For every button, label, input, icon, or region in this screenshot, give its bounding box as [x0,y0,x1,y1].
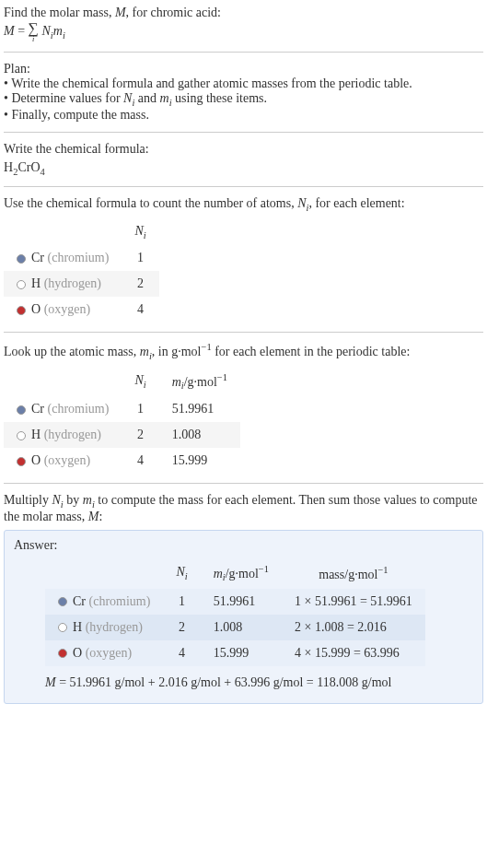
formula-heading: Write the chemical formula: [4,142,483,157]
el-N: 4 [122,448,158,474]
element-swatch-icon [17,254,26,264]
table-row: Cr (chromium) 1 51.9961 [4,396,240,422]
element-cell: H (hydrogen) [45,615,163,640]
plan-b2-b: and [134,91,159,105]
el-m: 15.999 [201,640,282,666]
lookup-b: , in g·mol [152,345,202,358]
el-sym: H [31,276,41,290]
atom-count-table: Ni Cr (chromium) 1 H (hydrogen) 2 O (oxy… [4,218,159,323]
table-row: Cr (chromium) 1 51.9961 1 × 51.9961 = 51… [45,589,425,615]
element-swatch-icon [17,306,26,315]
el-sym: Cr [31,402,44,416]
el-sym: O [31,453,41,467]
element-cell: Cr (chromium) [4,245,122,271]
var-Ni-3: Ni [52,493,64,507]
element-swatch-icon [17,280,26,289]
var-M-2: M [88,510,99,523]
chemical-formula: H2CrO4 [4,160,483,177]
th-mi: mi/g·mol−1 [201,558,282,588]
el-sym: H [73,620,82,634]
element-swatch-icon [58,649,67,658]
mul-a: Multiply [4,493,52,507]
eq-mi: mi [53,24,65,38]
el-N: 1 [163,589,200,615]
el-name: (hydrogen) [44,428,101,441]
table-row: O (oxygen) 4 [4,297,159,323]
multiply-text: Multiply Ni by mi to compute the mass fo… [4,493,483,524]
el-m: 15.999 [159,448,240,474]
el-sym: O [73,646,82,660]
element-swatch-icon [17,431,26,440]
plan-bullet-1: • Write the chemical formula and gather … [4,76,483,91]
var-Ni-2: Ni [297,196,308,210]
el-mass: 1 × 51.9961 = 51.9961 [282,589,425,615]
cf-h: H [4,160,13,174]
atomic-mass-table: Ni mi/g·mol−1 Cr (chromium) 1 51.9961 H … [4,367,240,474]
table-row: O (oxygen) 4 15.999 4 × 15.999 = 63.996 [45,640,425,666]
el-name: (chromium) [89,594,151,608]
el-N: 1 [122,396,158,422]
el-name: (chromium) [48,402,110,416]
divider [4,52,483,53]
table-row: O (oxygen) 4 15.999 [4,448,240,474]
intro-section: Find the molar mass, M, for chromic acid… [4,6,483,42]
th-blank [4,218,122,246]
sigma-sub: i [29,36,39,43]
el-N: 2 [122,271,158,297]
el-sym: H [31,428,41,441]
molar-mass-equation: M = ∑i Nimi [4,22,483,42]
el-sym: O [31,302,41,316]
eq-equals: = [15,24,29,38]
el-mass: 2 × 1.008 = 2.016 [282,615,425,640]
var-mi: mi [160,91,172,105]
table-row: H (hydrogen) 2 1.008 [4,422,240,448]
final-M: M [45,675,56,689]
plan-heading: Plan: [4,62,483,76]
element-cell: Cr (chromium) [45,589,163,615]
multiply-section: Multiply Ni by mi to compute the mass fo… [4,493,483,703]
cf-sub2: 4 [41,167,45,177]
element-cell: O (oxygen) [4,297,122,323]
el-sym: Cr [31,251,44,264]
plan-bullet-2: • Determine values for Ni and mi using t… [4,91,483,108]
el-name: (chromium) [48,251,110,264]
el-N: 2 [122,422,158,448]
plan-bullet-3: • Finally, compute the mass. [4,108,483,123]
el-m: 51.9961 [159,396,240,422]
element-cell: O (oxygen) [4,448,122,474]
th-Ni: Ni [163,558,200,588]
lookup-section: Look up the atomic mass, mi, in g·mol−1 … [4,342,483,474]
var-M: M [115,6,126,19]
intro-line: Find the molar mass, M, for chromic acid… [4,6,483,20]
th-blank [45,558,163,588]
final-equation: M = 51.9961 g/mol + 2.016 g/mol + 63.996… [45,675,473,690]
el-m: 51.9961 [201,589,282,615]
count-text: Use the chemical formula to count the nu… [4,196,483,213]
intro-text-a: Find the molar mass, [4,6,115,19]
table-row: H (hydrogen) 2 1.008 2 × 1.008 = 2.016 [45,615,425,640]
el-N: 4 [163,640,200,666]
sigma-icon: ∑i [29,22,39,42]
var-mi-3: mi [83,493,95,507]
el-name: (hydrogen) [86,620,143,634]
divider [4,483,483,484]
var-mi-2: mi [140,345,152,358]
th-Ni: Ni [122,218,158,246]
count-a: Use the chemical formula to count the nu… [4,196,297,210]
table-row: H (hydrogen) 2 [4,271,159,297]
element-cell: H (hydrogen) [4,422,122,448]
el-name: (oxygen) [44,453,91,467]
answer-inner: Ni mi/g·mol−1 mass/g·mol−1 Cr (chromium)… [14,558,473,689]
var-Ni: Ni [123,91,134,105]
el-m: 1.008 [159,422,240,448]
plan-b2-a: • Determine values for [4,91,123,105]
lookup-exp: −1 [201,342,211,352]
answer-label: Answer: [14,538,473,553]
th-blank [4,367,122,396]
final-rest: = 51.9961 g/mol + 2.016 g/mol + 63.996 g… [56,675,392,689]
divider [4,332,483,333]
th-mi: mi/g·mol−1 [159,367,240,396]
el-mass: 4 × 15.999 = 63.996 [282,640,425,666]
count-section: Use the chemical formula to count the nu… [4,196,483,323]
th-mass: mass/g·mol−1 [282,558,425,588]
